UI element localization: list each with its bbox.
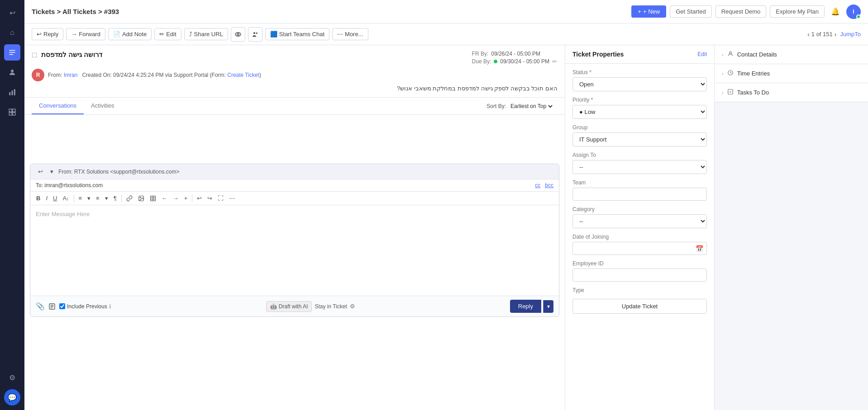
- tickets-nav-icon[interactable]: [4, 44, 20, 61]
- assign-to-select[interactable]: --: [572, 160, 707, 174]
- reports-nav-icon[interactable]: [4, 84, 20, 100]
- italic-button[interactable]: I: [43, 193, 50, 203]
- home-icon[interactable]: ⌂: [4, 24, 20, 41]
- eye-button[interactable]: [231, 27, 245, 42]
- bcc-link[interactable]: bcc: [545, 182, 553, 189]
- time-entries-header[interactable]: › Time Entries: [715, 64, 868, 83]
- table-button[interactable]: [148, 194, 158, 203]
- undo-button[interactable]: ↩: [195, 193, 204, 203]
- from-name-link[interactable]: Imran: [64, 72, 78, 78]
- contact-details-header[interactable]: › Contact Details: [715, 45, 868, 64]
- reply-header-dropdown-icon[interactable]: ▾: [48, 167, 56, 176]
- new-button[interactable]: + + New: [631, 5, 666, 18]
- action-toolbar: ↩ Reply → Forward 📄 Add Note ✏ Edit ⤴ Sh…: [24, 24, 868, 45]
- ordered-list-button[interactable]: ≡: [76, 193, 85, 203]
- explore-plan-button[interactable]: Explore My Plan: [770, 5, 825, 18]
- reply-send-button[interactable]: Reply: [510, 300, 541, 313]
- user-avatar-button[interactable]: I: [846, 5, 861, 19]
- indent-button[interactable]: →: [171, 193, 181, 203]
- reply-header-back-icon[interactable]: ↩: [36, 167, 45, 176]
- message-editor[interactable]: Enter Message Here: [30, 205, 559, 296]
- request-demo-button[interactable]: Request Demo: [715, 5, 767, 18]
- ticket-header: ☐ דרושה גישה למדפסת FR By: 09/26/24 - 05…: [24, 45, 565, 98]
- priority-select[interactable]: ● Low Medium High Urgent: [572, 105, 707, 119]
- stay-in-ticket-settings-button[interactable]: ⚙: [350, 303, 355, 310]
- redo-button[interactable]: ↪: [205, 193, 215, 203]
- ol-dropdown-button[interactable]: ▾: [85, 193, 93, 203]
- conversation-scroll[interactable]: ↩ ▾ From: RTX Solutions <support@rtxsolu…: [24, 115, 565, 410]
- category-select[interactable]: --: [572, 214, 707, 228]
- forward-button[interactable]: → Forward: [66, 28, 105, 40]
- attachment-button[interactable]: 📎: [36, 302, 45, 311]
- conversations-area: Conversations Activities Sort By: Earlie…: [24, 98, 565, 410]
- start-teams-chat-button[interactable]: 🟦 Start Teams Chat: [265, 28, 329, 40]
- created-on-text: Created On: 09/24/24 4:25:24 PM via Supp…: [82, 72, 227, 78]
- image-button[interactable]: [136, 194, 147, 203]
- template-button[interactable]: [48, 303, 56, 310]
- special-char-button[interactable]: +: [182, 193, 190, 203]
- include-previous-input[interactable]: [59, 303, 65, 309]
- category-label: Category: [572, 206, 707, 212]
- add-note-button[interactable]: 📄 Add Note: [108, 28, 152, 40]
- link-button[interactable]: [124, 194, 135, 203]
- paragraph-button[interactable]: ¶: [111, 193, 119, 203]
- share-icon: ⤴: [189, 31, 192, 38]
- reply-footer-center: 🤖 Draft with AI Stay in Ticket ⚙: [266, 301, 355, 312]
- sort-select[interactable]: Earliest on Top Latest on Top: [509, 103, 554, 110]
- fullscreen-button[interactable]: ⛶: [215, 193, 226, 203]
- underline-button[interactable]: U: [51, 193, 59, 203]
- notification-bell-button[interactable]: 🔔: [828, 5, 843, 19]
- prev-page-button[interactable]: ‹: [807, 31, 810, 38]
- reply-dropdown-button[interactable]: ▾: [543, 300, 553, 313]
- ticket-properties-body: Status * Open Pending Resolved Closed Pr…: [565, 64, 714, 410]
- due-by-date: 09/30/24 - 05:00 PM: [500, 58, 549, 65]
- ticket-properties-title: Ticket Properties: [572, 51, 624, 58]
- settings-nav-icon[interactable]: ⚙: [4, 369, 20, 386]
- form-link[interactable]: Create Ticket: [227, 72, 259, 78]
- status-select[interactable]: Open Pending Resolved Closed: [572, 77, 707, 91]
- more-icon: ⋯: [337, 31, 343, 38]
- bold-button[interactable]: B: [34, 193, 43, 203]
- next-page-button[interactable]: ›: [835, 31, 837, 38]
- content-area: ☐ דרושה גישה למדפסת FR By: 09/26/24 - 05…: [24, 45, 868, 410]
- draft-with-ai-button[interactable]: 🤖 Draft with AI: [266, 301, 312, 312]
- edit-button[interactable]: ✏ Edit: [154, 28, 181, 40]
- employee-id-input[interactable]: [572, 269, 707, 282]
- due-edit-icon[interactable]: ✏: [552, 58, 558, 65]
- font-size-button[interactable]: A↕: [60, 193, 71, 203]
- back-icon[interactable]: ↩: [4, 5, 20, 21]
- ul-dropdown-button[interactable]: ▾: [103, 193, 110, 203]
- more-button[interactable]: ⋯ More...: [332, 28, 368, 40]
- employee-id-field: Employee ID: [572, 260, 707, 282]
- tab-conversations[interactable]: Conversations: [32, 98, 84, 114]
- calendar-icon[interactable]: 📅: [696, 245, 703, 252]
- fr-by-row: FR By: 09/26/24 - 05:00 PM Due By: 09/30…: [472, 51, 558, 65]
- fr-by-label: FR By:: [472, 51, 489, 57]
- more-options-button[interactable]: ⋯: [227, 193, 237, 203]
- users-button[interactable]: [248, 27, 262, 42]
- outdent-button[interactable]: ←: [159, 193, 170, 203]
- reply-button[interactable]: ↩ Reply: [32, 28, 63, 40]
- ticket-envelope-icon: ☐: [32, 52, 38, 59]
- reply-icon: ↩: [37, 31, 42, 38]
- get-started-button[interactable]: Get Started: [670, 5, 711, 18]
- online-badge: [856, 14, 861, 19]
- date-joining-input[interactable]: [572, 242, 707, 255]
- cc-link[interactable]: cc: [535, 182, 540, 189]
- jump-to-link[interactable]: JumpTo: [840, 31, 861, 38]
- chat-nav-icon[interactable]: 💬: [4, 389, 20, 405]
- group-select[interactable]: IT Support Sales Billing: [572, 132, 707, 146]
- share-url-button[interactable]: ⤴ Share URL: [184, 28, 228, 40]
- ticket-body: האם תוכל בבקשה לספק גישה למדפסת במחלקת מ…: [32, 85, 558, 92]
- update-ticket-button[interactable]: Update Ticket: [572, 299, 707, 314]
- tab-activities[interactable]: Activities: [84, 98, 121, 114]
- svg-rect-1: [9, 52, 15, 53]
- unordered-list-button[interactable]: ≡: [94, 193, 102, 203]
- pagination: ‹ 1 of 151 › JumpTo: [807, 31, 861, 38]
- tasks-to-do-header[interactable]: › Tasks To Do: [715, 83, 868, 102]
- team-input[interactable]: [572, 188, 707, 201]
- dashboard-nav-icon[interactable]: [4, 104, 20, 120]
- ticket-properties-edit-link[interactable]: Edit: [697, 51, 707, 57]
- include-previous-checkbox[interactable]: Include Previous ℹ: [59, 303, 111, 310]
- contacts-nav-icon[interactable]: [4, 64, 20, 80]
